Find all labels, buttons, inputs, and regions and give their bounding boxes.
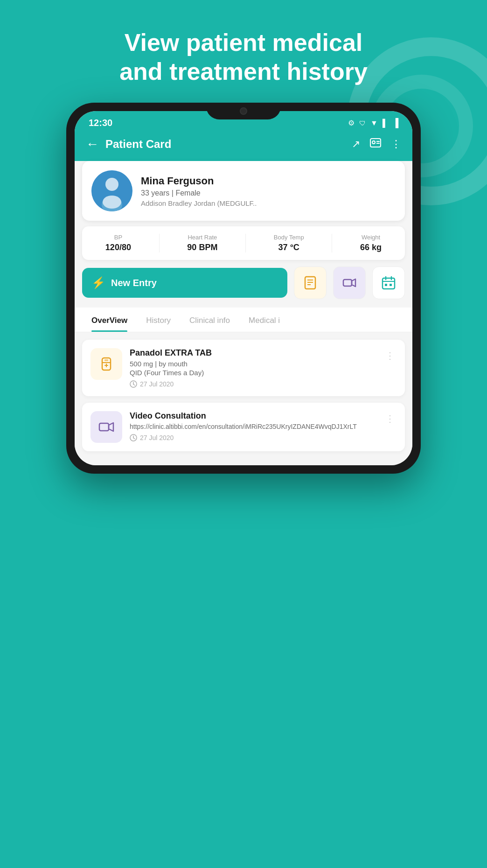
avatar <box>91 170 132 211</box>
vital-bp-value: 120/80 <box>105 243 131 252</box>
vitals-row: BP 120/80 Heart Rate 90 BPM Body Temp 37… <box>82 226 405 260</box>
medicine-entry-content: Panadol EXTRA TAB 500 mg | by mouth QID … <box>130 348 376 388</box>
vital-divider-3 <box>332 234 332 252</box>
tab-overview[interactable]: OverView <box>82 308 137 332</box>
vital-temp-label: Body Temp <box>274 234 304 241</box>
video-more-icon[interactable]: ⋮ <box>383 411 397 426</box>
tab-medical[interactable]: Medical i <box>239 308 289 332</box>
svg-rect-27 <box>99 423 109 431</box>
svg-point-1 <box>372 141 375 144</box>
vital-temp-value: 37 °C <box>274 243 304 252</box>
tabs-row: OverView History Clinical info Medical i <box>75 308 412 332</box>
tab-clinical-info[interactable]: Clinical info <box>180 308 239 332</box>
settings-status-icon: ⚙ <box>348 119 355 127</box>
phone-notch <box>206 103 281 119</box>
signal-icon: ▌ <box>383 119 388 127</box>
patient-card: Mina Ferguson 33 years | Female Addison … <box>82 161 405 221</box>
vital-bp-label: BP <box>105 234 131 241</box>
video-title: Video Consultation <box>130 411 376 421</box>
svg-line-30 <box>133 438 135 439</box>
vital-divider-2 <box>245 234 246 252</box>
app-header: ← Patient Card ↗ ⋮ <box>75 132 412 161</box>
medicine-icon-box <box>90 348 122 380</box>
video-button[interactable] <box>333 266 366 299</box>
vital-bp: BP 120/80 <box>105 234 131 252</box>
header-actions: ↗ ⋮ <box>352 137 401 152</box>
phone-frame: 12:30 ⚙ 🛡 ▼ ▌ ▐ ← Patient Card ↗ <box>66 103 421 474</box>
status-time: 12:30 <box>89 118 112 128</box>
medicine-title: Panadol EXTRA TAB <box>130 348 376 358</box>
svg-rect-17 <box>385 284 387 286</box>
more-options-icon[interactable]: ⋮ <box>391 138 401 150</box>
share-icon[interactable]: ↗ <box>352 138 360 150</box>
wifi-icon: ▼ <box>370 119 378 127</box>
shield-status-icon: 🛡 <box>359 119 366 127</box>
vital-weight: Weight 66 kg <box>360 234 382 252</box>
status-icons: ⚙ 🛡 ▼ ▌ ▐ <box>348 118 398 128</box>
svg-line-26 <box>133 385 135 385</box>
vital-weight-label: Weight <box>360 234 382 241</box>
list-item: Panadol EXTRA TAB 500 mg | by mouth QID … <box>82 340 405 396</box>
phone-mockup: 12:30 ⚙ 🛡 ▼ ▌ ▐ ← Patient Card ↗ <box>66 103 421 474</box>
medicine-more-icon[interactable]: ⋮ <box>383 348 397 363</box>
video-icon-box <box>90 411 122 443</box>
svg-rect-12 <box>343 280 352 286</box>
hero-headline: View patient medical and treatment histo… <box>0 0 487 105</box>
medicine-date: 27 Jul 2020 <box>130 380 376 388</box>
phone-screen: 12:30 ⚙ 🛡 ▼ ▌ ▐ ← Patient Card ↗ <box>75 111 412 465</box>
patient-age-gender: 33 years | Female <box>141 189 396 197</box>
medicine-subtitle: 500 mg | by mouth <box>130 360 376 368</box>
list-item: Video Consultation https://clinic.altibb… <box>82 403 405 451</box>
new-entry-label: New Entry <box>111 278 157 288</box>
video-link: https://clinic.altibbi.com/en/consultati… <box>130 423 376 430</box>
svg-point-5 <box>105 178 118 191</box>
vital-weight-value: 66 kg <box>360 243 382 252</box>
svg-rect-13 <box>383 278 395 289</box>
patient-info: Mina Ferguson 33 years | Female Addison … <box>141 175 396 207</box>
profile-card-icon[interactable] <box>369 137 382 152</box>
battery-icon: ▐ <box>392 118 398 128</box>
calendar-button[interactable] <box>372 266 405 299</box>
back-button[interactable]: ← <box>86 137 99 152</box>
vital-hr-label: Heart Rate <box>187 234 217 241</box>
notes-button[interactable] <box>294 266 327 299</box>
actions-row: ⚡ New Entry <box>82 266 405 299</box>
new-entry-button[interactable]: ⚡ New Entry <box>82 268 287 298</box>
tab-history[interactable]: History <box>137 308 180 332</box>
vital-heart-rate: Heart Rate 90 BPM <box>187 234 217 252</box>
vital-divider-1 <box>159 234 160 252</box>
vital-body-temp: Body Temp 37 °C <box>274 234 304 252</box>
vital-hr-value: 90 BPM <box>187 243 217 252</box>
patient-name: Mina Ferguson <box>141 175 396 187</box>
patient-clinic: Addison Bradley Jordan (MEDGULF.. <box>141 199 396 207</box>
content-area: Panadol EXTRA TAB 500 mg | by mouth QID … <box>75 332 412 465</box>
svg-rect-21 <box>104 359 108 361</box>
video-entry-content: Video Consultation https://clinic.altibb… <box>130 411 376 441</box>
medicine-frequency: QID (Four Times a Day) <box>130 369 376 377</box>
lightning-icon: ⚡ <box>91 276 105 289</box>
svg-point-7 <box>103 196 121 209</box>
video-date: 27 Jul 2020 <box>130 434 376 441</box>
front-camera <box>240 107 247 115</box>
svg-rect-18 <box>390 284 392 286</box>
page-title: Patient Card <box>105 138 352 151</box>
